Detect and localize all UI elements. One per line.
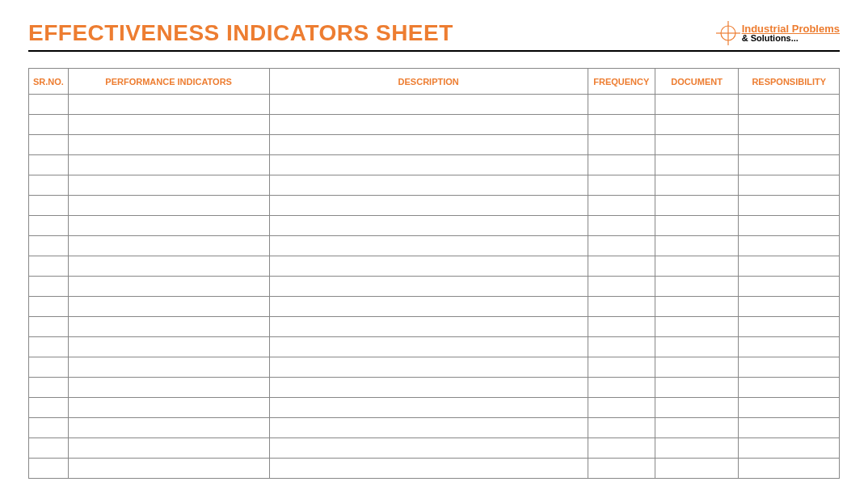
cell-indicators	[68, 317, 269, 337]
cell-srno	[29, 115, 69, 135]
cell-frequency	[588, 216, 655, 236]
cell-srno	[29, 459, 69, 479]
cell-responsibility	[739, 196, 840, 216]
cell-responsibility	[739, 236, 840, 256]
crosshair-icon	[716, 21, 740, 45]
cell-srno	[29, 256, 69, 277]
cell-frequency	[588, 196, 655, 216]
cell-frequency	[588, 459, 655, 479]
cell-document	[655, 155, 739, 175]
cell-description	[269, 196, 588, 216]
cell-description	[269, 236, 588, 256]
cell-document	[655, 236, 739, 256]
table-row	[29, 95, 840, 115]
cell-document	[655, 337, 739, 357]
cell-responsibility	[739, 135, 840, 155]
cell-description	[269, 337, 588, 357]
cell-frequency	[588, 236, 655, 256]
cell-description	[269, 135, 588, 155]
cell-indicators	[68, 175, 269, 196]
cell-document	[655, 95, 739, 115]
cell-srno	[29, 95, 69, 115]
cell-indicators	[68, 418, 269, 438]
table-row	[29, 277, 840, 297]
cell-indicators	[68, 297, 269, 317]
cell-responsibility	[739, 95, 840, 115]
header-divider	[28, 50, 840, 52]
cell-frequency	[588, 398, 655, 418]
cell-frequency	[588, 95, 655, 115]
header-description: DESCRIPTION	[269, 69, 588, 95]
table-row	[29, 438, 840, 459]
cell-document	[655, 378, 739, 398]
cell-srno	[29, 438, 69, 459]
cell-description	[269, 115, 588, 135]
table-row	[29, 135, 840, 155]
cell-description	[269, 175, 588, 196]
table-row	[29, 317, 840, 337]
cell-description	[269, 256, 588, 277]
cell-frequency	[588, 155, 655, 175]
cell-description	[269, 438, 588, 459]
cell-responsibility	[739, 256, 840, 277]
cell-indicators	[68, 155, 269, 175]
cell-description	[269, 216, 588, 236]
cell-responsibility	[739, 277, 840, 297]
cell-srno	[29, 398, 69, 418]
cell-indicators	[68, 337, 269, 357]
table-row	[29, 155, 840, 175]
cell-indicators	[68, 95, 269, 115]
cell-responsibility	[739, 297, 840, 317]
cell-srno	[29, 357, 69, 378]
cell-description	[269, 277, 588, 297]
header-frequency: FREQUENCY	[588, 69, 655, 95]
table-row	[29, 398, 840, 418]
cell-srno	[29, 135, 69, 155]
logo-line2: & Solutions...	[742, 34, 840, 43]
logo-text: Industrial Problems & Solutions...	[742, 23, 840, 43]
cell-document	[655, 135, 739, 155]
cell-document	[655, 418, 739, 438]
cell-frequency	[588, 418, 655, 438]
cell-document	[655, 175, 739, 196]
cell-description	[269, 95, 588, 115]
cell-description	[269, 398, 588, 418]
cell-frequency	[588, 378, 655, 398]
cell-responsibility	[739, 418, 840, 438]
cell-indicators	[68, 357, 269, 378]
table-header-row: SR.NO. PERFORMANCE INDICATORS DESCRIPTIO…	[29, 69, 840, 95]
cell-document	[655, 398, 739, 418]
cell-srno	[29, 155, 69, 175]
cell-indicators	[68, 216, 269, 236]
table-row	[29, 378, 840, 398]
cell-srno	[29, 216, 69, 236]
table-row	[29, 337, 840, 357]
cell-frequency	[588, 175, 655, 196]
table-row	[29, 236, 840, 256]
cell-srno	[29, 418, 69, 438]
cell-document	[655, 317, 739, 337]
cell-description	[269, 155, 588, 175]
table-row	[29, 216, 840, 236]
cell-indicators	[68, 135, 269, 155]
header-document: DOCUMENT	[655, 69, 739, 95]
cell-document	[655, 297, 739, 317]
cell-document	[655, 277, 739, 297]
table-row	[29, 418, 840, 438]
cell-responsibility	[739, 216, 840, 236]
cell-document	[655, 357, 739, 378]
cell-srno	[29, 378, 69, 398]
cell-description	[269, 378, 588, 398]
cell-srno	[29, 236, 69, 256]
cell-description	[269, 357, 588, 378]
table-row	[29, 256, 840, 277]
cell-responsibility	[739, 357, 840, 378]
cell-indicators	[68, 256, 269, 277]
cell-responsibility	[739, 438, 840, 459]
cell-responsibility	[739, 398, 840, 418]
header-indicators: PERFORMANCE INDICATORS	[68, 69, 269, 95]
cell-responsibility	[739, 317, 840, 337]
cell-indicators	[68, 196, 269, 216]
cell-document	[655, 216, 739, 236]
cell-srno	[29, 175, 69, 196]
